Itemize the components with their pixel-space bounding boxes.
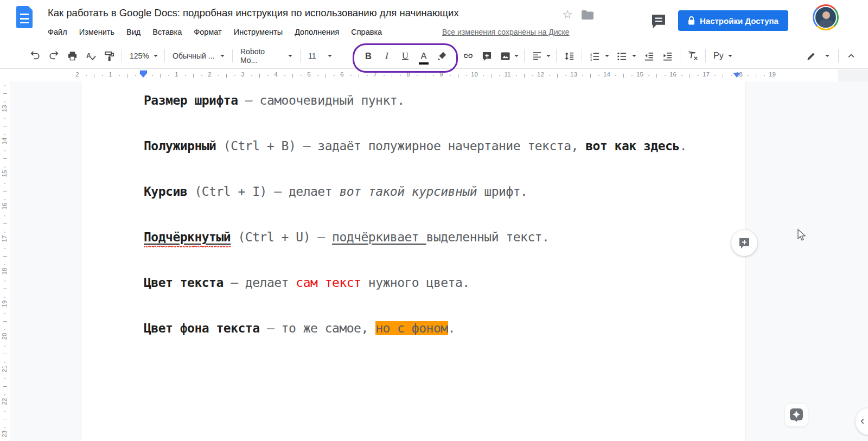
hide-menus-button[interactable] <box>842 47 860 65</box>
insert-link-button[interactable] <box>459 47 477 65</box>
save-status-link[interactable]: Все изменения сохранены на Диске <box>442 28 570 36</box>
star-icon[interactable]: ☆ <box>562 8 573 22</box>
ruler-tick <box>4 85 5 86</box>
ruler-tick <box>226 74 227 78</box>
editing-mode-chevron-icon[interactable] <box>825 55 829 57</box>
ruler-tick: 2 <box>208 71 211 78</box>
toolbar-separator <box>524 49 525 62</box>
ruler-tick <box>102 75 103 76</box>
share-settings-button[interactable]: Настройки Доступа <box>678 10 788 31</box>
ruler-tick <box>400 75 401 76</box>
bold-button[interactable]: B <box>359 47 378 65</box>
chevron-down-icon <box>728 55 732 57</box>
text-segment: шрифт. <box>477 184 527 199</box>
right-indent-marker[interactable] <box>733 73 741 78</box>
menu-item-3[interactable]: Вставка <box>146 26 188 38</box>
ruler-tick <box>3 158 7 159</box>
insert-image-button[interactable] <box>496 47 514 65</box>
italic-button[interactable]: I <box>378 47 396 65</box>
ruler-tick <box>656 74 657 78</box>
ruler-tick <box>483 75 484 76</box>
menu-item-2[interactable]: Вид <box>120 26 146 38</box>
paragraph-4[interactable]: Цвет текста — делает сам текст нужного ц… <box>144 275 724 291</box>
ruler-tick <box>3 419 7 419</box>
ruler-tick <box>4 183 5 184</box>
print-button[interactable] <box>63 47 81 65</box>
zoom-select[interactable]: 125% <box>125 47 161 65</box>
ruler-tick <box>615 75 616 76</box>
underline-button[interactable]: U <box>396 47 414 65</box>
share-settings-label: Настройки Доступа <box>700 16 778 25</box>
ruler-tick <box>623 74 624 78</box>
ruler-tick: 17 <box>703 71 710 78</box>
explore-button[interactable] <box>784 403 808 427</box>
ruler-tick <box>690 74 690 78</box>
lock-icon <box>688 16 695 25</box>
left-indent-marker[interactable] <box>139 71 148 78</box>
google-docs-logo-icon[interactable] <box>16 6 33 28</box>
align-button[interactable] <box>528 47 546 65</box>
paragraph-5[interactable]: Цвет фона текста — то же самое, но с фон… <box>144 321 724 336</box>
menu-item-6[interactable]: Дополнения <box>289 26 345 38</box>
toolbar-separator <box>680 49 680 62</box>
menu-item-7[interactable]: Справка <box>345 26 388 38</box>
document-title[interactable]: Как работать в Google Docs: подробная ин… <box>48 7 459 19</box>
ruler-tick <box>3 191 7 191</box>
move-folder-icon[interactable] <box>582 10 593 20</box>
spellcheck-button[interactable]: A <box>81 47 100 65</box>
ruler-tick: 19 <box>1 299 8 309</box>
menu-item-5[interactable]: Инструменты <box>228 26 289 38</box>
add-comment-floating-button[interactable] <box>731 230 757 256</box>
ruler-tick <box>756 74 756 78</box>
decrease-indent-button[interactable] <box>640 47 658 65</box>
ruler-tick <box>590 74 591 78</box>
ruler-tick <box>4 118 5 119</box>
ruler-tick <box>4 199 5 200</box>
bulleted-list-chevron-icon[interactable] <box>632 55 636 57</box>
redo-button[interactable] <box>44 47 63 65</box>
document-content[interactable]: Размер шрифта — самоочевидный пункт.Полу… <box>144 81 724 366</box>
vertical-ruler[interactable]: 121314151617181920212223 <box>0 69 10 441</box>
bulleted-list-button[interactable] <box>612 47 631 65</box>
ruler-tick: 8 <box>406 71 410 78</box>
clear-formatting-button[interactable] <box>684 47 702 65</box>
paragraph-1[interactable]: Полужирный (Ctrl + B) — задаёт полужирно… <box>144 138 724 154</box>
paragraph-style-select[interactable]: Обычный ... <box>168 47 229 65</box>
editing-mode-button[interactable] <box>802 47 821 65</box>
numbered-list-chevron-icon[interactable] <box>605 55 609 57</box>
account-avatar[interactable] <box>813 4 839 30</box>
align-chevron-icon[interactable] <box>546 55 551 57</box>
ruler-tick <box>714 75 716 76</box>
line-spacing-button[interactable] <box>560 47 578 65</box>
increase-indent-button[interactable] <box>658 47 676 65</box>
toolbar-separator <box>705 49 706 62</box>
image-options-chevron-icon[interactable] <box>514 55 519 57</box>
ruler-tick <box>3 321 7 322</box>
input-tools-select[interactable]: Ру <box>709 47 737 65</box>
paragraph-2[interactable]: Курсив (Ctrl + I) — делает вот такой кур… <box>144 184 724 200</box>
paragraph-0[interactable]: Размер шрифта — самоочевидный пункт. <box>144 93 724 108</box>
menu-item-0[interactable]: Файл <box>42 26 73 38</box>
text-segment: сам текст <box>296 276 361 290</box>
ruler-tick <box>3 354 7 354</box>
menu-item-1[interactable]: Изменить <box>73 26 120 38</box>
ruler-tick: 11 <box>505 71 511 78</box>
font-family-select[interactable]: Roboto Mo... <box>236 47 297 65</box>
undo-button[interactable] <box>26 47 44 65</box>
ruler-tick <box>4 264 5 265</box>
menu-item-4[interactable]: Формат <box>188 26 228 38</box>
ruler-tick: 13 <box>570 71 577 78</box>
horizontal-ruler[interactable]: 2112345678910111213141516171819 <box>0 69 838 81</box>
numbered-list-button[interactable]: 1 2 3 <box>585 47 604 65</box>
highlight-color-button[interactable] <box>433 47 451 65</box>
paragraph-3[interactable]: Подчёркнутый (Ctrl + U) — подчёркивает в… <box>144 229 724 245</box>
ruler-tick <box>3 289 7 289</box>
paint-format-button[interactable] <box>100 47 118 65</box>
svg-text:3: 3 <box>590 58 591 61</box>
font-size-select[interactable]: 11 <box>304 47 336 65</box>
text-color-button[interactable]: A <box>414 47 433 65</box>
ruler-tick <box>127 74 127 78</box>
add-comment-button[interactable] <box>477 47 496 65</box>
open-comments-icon[interactable] <box>650 12 667 30</box>
ruler-tick <box>4 280 5 282</box>
